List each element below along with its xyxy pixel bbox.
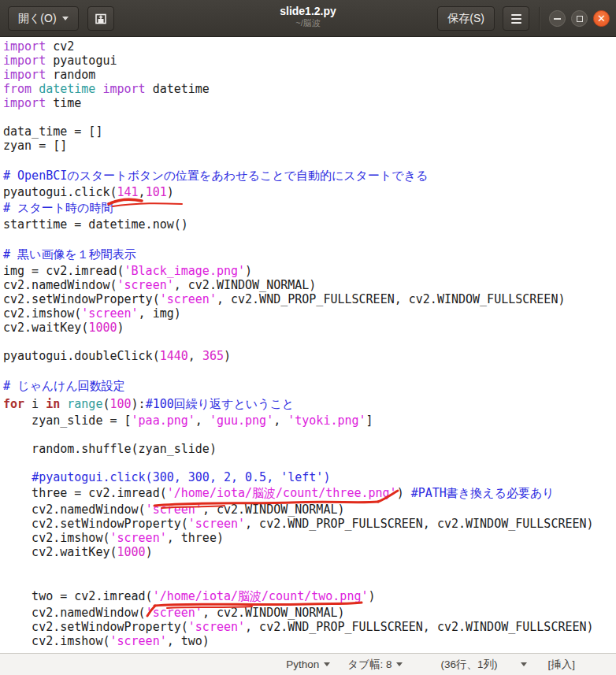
chevron-down-icon bbox=[396, 662, 403, 666]
code-line: cv2.setWindowProperty('screen', cv2.WND_… bbox=[0, 292, 616, 306]
code-line: zyan = [] bbox=[0, 139, 616, 153]
code-line: from datetime import datetime bbox=[0, 82, 616, 96]
window-controls: ✕ bbox=[549, 10, 610, 27]
code-line: import time bbox=[0, 96, 616, 110]
code-line: # 黒い画像を１秒間表示 bbox=[0, 246, 616, 264]
code-line: three = cv2.imread('/home/iota/脳波/count/… bbox=[0, 484, 616, 503]
code-line: import cv2 bbox=[0, 39, 616, 54]
code-line: zyan_slide = ['paa.png', 'guu.png', 'tyo… bbox=[0, 414, 616, 428]
code-line: data_time = [] bbox=[0, 124, 616, 139]
code-line: for i in range(100):#100回繰り返すということ bbox=[0, 395, 616, 414]
minimize-button[interactable] bbox=[549, 10, 566, 27]
language-selector[interactable]: Python bbox=[286, 658, 330, 670]
window-title: slide1.2.py bbox=[190, 4, 426, 18]
code-line: import pyautogui bbox=[0, 54, 616, 68]
maximize-icon bbox=[577, 16, 583, 22]
code-line bbox=[0, 559, 616, 573]
language-label: Python bbox=[286, 658, 319, 670]
window-title-area: slide1.2.py ~/脳波 bbox=[190, 4, 426, 28]
code-line bbox=[0, 573, 616, 588]
code-line bbox=[0, 110, 616, 124]
code-line: cv2.waitKey(1000) bbox=[0, 321, 616, 335]
code-line: # じゃんけん回数設定 bbox=[0, 377, 616, 395]
code-line bbox=[0, 363, 616, 377]
code-line: #pyautogui.click(300, 300, 2, 0.5, 'left… bbox=[0, 470, 616, 484]
header-separator bbox=[539, 7, 540, 31]
code-line bbox=[0, 428, 616, 442]
code-line: pyautogui.doubleClick(1440, 365) bbox=[0, 349, 616, 363]
code-line: starttime = datetime.now() bbox=[0, 217, 616, 232]
save-button-label: 保存(S) bbox=[447, 12, 484, 26]
code-line: # OpenBCIのスタートボタンの位置をあわせることで自動的にスタートできる bbox=[0, 167, 616, 185]
tab-width-selector[interactable]: タブ幅: 8 bbox=[347, 658, 403, 672]
code-line: import random bbox=[0, 68, 616, 82]
close-icon: ✕ bbox=[597, 13, 606, 24]
code-line: cv2.setWindowProperty('screen', cv2.WND_… bbox=[0, 517, 616, 531]
gedit-window: 開く(O) slide1.2.py ~/脳波 保存(S) bbox=[0, 0, 616, 675]
maximize-button[interactable] bbox=[571, 10, 588, 27]
minimize-icon bbox=[554, 18, 561, 20]
status-bar: Python タブ幅: 8 (36行、1列) [挿入] bbox=[0, 653, 616, 675]
code-text: import cv2import pyautoguiimport randomf… bbox=[0, 39, 616, 648]
code-line: cv2.imshow('screen', img) bbox=[0, 306, 616, 321]
window-subtitle: ~/脳波 bbox=[190, 18, 426, 28]
code-line bbox=[0, 335, 616, 349]
open-button[interactable]: 開く(O) bbox=[8, 6, 79, 31]
insert-mode-indicator: [挿入] bbox=[547, 658, 575, 672]
chevron-down-icon bbox=[324, 662, 330, 666]
code-line: cv2.namedWindow('screen', cv2.WINDOW_NOR… bbox=[0, 278, 616, 292]
code-line bbox=[0, 456, 616, 470]
close-button[interactable]: ✕ bbox=[593, 10, 610, 27]
new-document-button[interactable] bbox=[87, 6, 114, 31]
tab-width-label: タブ幅: 8 bbox=[347, 658, 391, 672]
header-bar: 開く(O) slide1.2.py ~/脳波 保存(S) bbox=[0, 0, 616, 37]
code-line: random.shuffle(zyan_slide) bbox=[0, 442, 616, 456]
code-line: cv2.setWindowProperty('screen', cv2.WND_… bbox=[0, 620, 616, 634]
open-button-label: 開く(O) bbox=[18, 12, 57, 26]
code-line: # スタート時の時間 bbox=[0, 199, 616, 217]
code-editor[interactable]: import cv2import pyautoguiimport randomf… bbox=[0, 37, 616, 653]
chevron-down-icon bbox=[521, 662, 527, 666]
code-line: cv2.waitKey(1000) bbox=[0, 545, 616, 559]
goto-line-dropdown[interactable] bbox=[521, 662, 527, 666]
code-line: cv2.imshow('screen', three) bbox=[0, 531, 616, 545]
cursor-position: (36行、1列) bbox=[440, 658, 497, 672]
code-line bbox=[0, 232, 616, 246]
code-line: two = cv2.imread('/home/iota/脳波/count/tw… bbox=[0, 588, 616, 606]
code-line bbox=[0, 153, 616, 167]
new-document-icon bbox=[94, 12, 108, 26]
save-button[interactable]: 保存(S) bbox=[437, 6, 495, 31]
chevron-down-icon bbox=[62, 17, 69, 20]
code-line: img = cv2.imread('Black_image.png') bbox=[0, 264, 616, 278]
code-line: cv2.namedWindow('screen', cv2.WINDOW_NOR… bbox=[0, 503, 616, 517]
hamburger-icon bbox=[511, 14, 521, 24]
code-line: cv2.imshow('screen', two) bbox=[0, 634, 616, 648]
code-line: pyautogui.click(141,101) bbox=[0, 185, 616, 199]
code-line: cv2.namedWindow('screen', cv2.WINDOW_NOR… bbox=[0, 606, 616, 620]
menu-button[interactable] bbox=[503, 6, 529, 31]
